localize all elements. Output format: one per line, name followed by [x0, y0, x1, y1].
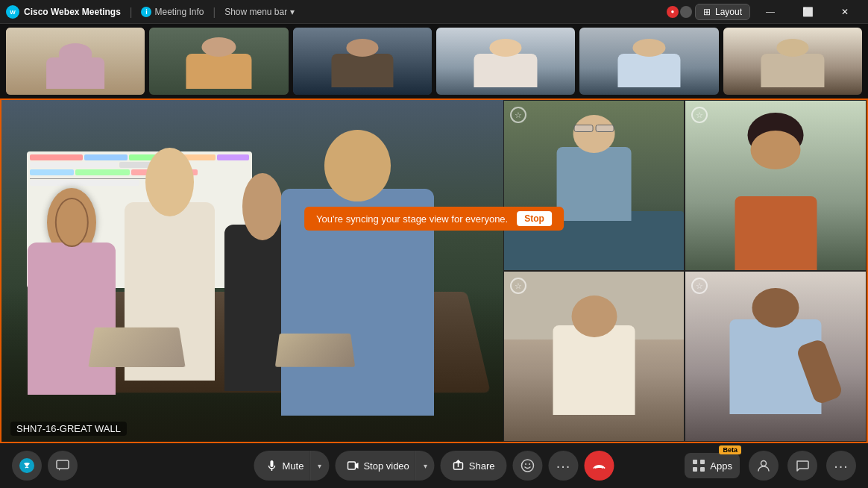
info-icon: i — [141, 7, 151, 17]
title-bar: W Cisco Webex Meetings | i Meeting Info … — [0, 0, 868, 24]
side-video-3: ☆ — [503, 271, 685, 442]
star-button-1[interactable]: ☆ — [510, 107, 526, 123]
show-menu-button[interactable]: Show menu bar ▾ — [224, 7, 295, 17]
maximize-icon: ⬜ — [802, 7, 814, 17]
svg-point-16 — [761, 461, 767, 466]
thumbnail-1[interactable] — [6, 28, 145, 95]
stop-sync-button[interactable]: Stop — [517, 211, 552, 226]
chat-button[interactable] — [48, 451, 78, 481]
sync-banner: You're syncing your stage view for every… — [304, 207, 564, 231]
divider-2: | — [213, 6, 216, 18]
thumbnail-4[interactable] — [436, 28, 575, 95]
stage-area: SHN7-16-GREAT WALL ☆ — [0, 98, 868, 443]
side-videos-grid: ☆ ☆ — [503, 100, 867, 442]
apps-button[interactable]: Beta Apps — [685, 453, 740, 478]
toolbar: Mute ▾ Stop video ▾ Share ·· — [0, 443, 868, 488]
toolbar-more-button[interactable]: ··· — [826, 451, 856, 481]
maximize-button[interactable]: ⬜ — [790, 0, 825, 24]
thumbnail-2[interactable] — [149, 28, 288, 95]
webex-icon: W — [6, 5, 19, 19]
thumbnail-6[interactable] — [723, 28, 862, 95]
svg-rect-13 — [700, 460, 705, 464]
mute-button[interactable]: Mute — [254, 451, 309, 481]
mute-chevron-icon: ▾ — [318, 462, 321, 470]
divider-1: | — [130, 6, 133, 18]
video-chevron-icon: ▾ — [424, 462, 427, 470]
svg-point-7 — [522, 460, 534, 472]
person-4 — [262, 117, 453, 442]
thumbnail-strip — [0, 24, 868, 98]
sync-message: You're syncing your stage view for every… — [316, 213, 508, 225]
show-menu-label: Show menu bar — [224, 7, 287, 17]
more-icon: ··· — [556, 457, 571, 475]
main-video: SHN7-16-GREAT WALL — [1, 100, 503, 442]
meeting-info-label: Meeting Info — [154, 7, 204, 17]
side-video-4: ☆ — [685, 271, 867, 442]
participants-button[interactable] — [749, 451, 779, 481]
minimize-button[interactable]: — — [753, 0, 787, 24]
app-name: Cisco Webex Meetings — [24, 7, 121, 17]
chat-panel-button[interactable] — [787, 451, 817, 481]
share-label: Share — [469, 460, 495, 472]
recording-indicator: ● — [667, 6, 692, 18]
side-video-2: ☆ — [685, 100, 867, 271]
mute-chevron-button[interactable]: ▾ — [309, 451, 329, 481]
chevron-down-icon: ▾ — [290, 7, 295, 17]
layout-icon: ⊞ — [703, 7, 711, 17]
star-button-3[interactable]: ☆ — [510, 278, 526, 294]
minimize-icon: — — [766, 7, 775, 17]
toolbar-right: Beta Apps ··· — [685, 451, 856, 481]
svg-point-9 — [529, 463, 530, 465]
person-1 — [16, 169, 127, 415]
svg-rect-15 — [700, 467, 705, 472]
video-chevron-button[interactable]: ▾ — [415, 451, 435, 481]
close-button[interactable]: ✕ — [828, 0, 862, 24]
webex-assistant-button[interactable] — [12, 451, 42, 481]
stop-video-label: Stop video — [363, 460, 409, 472]
beta-badge: Beta — [719, 445, 741, 454]
svg-rect-5 — [347, 462, 355, 469]
thumbnail-3[interactable] — [293, 28, 432, 95]
layout-button[interactable]: ⊞ Layout — [695, 4, 750, 20]
title-bar-left: W Cisco Webex Meetings | i Meeting Info … — [6, 5, 295, 19]
svg-text:W: W — [10, 9, 16, 16]
close-icon: ✕ — [841, 7, 849, 17]
record-gray-dot — [680, 6, 692, 18]
mute-group: Mute ▾ — [254, 451, 329, 481]
more-button[interactable]: ··· — [549, 451, 579, 481]
meeting-info-button[interactable]: i Meeting Info — [141, 7, 204, 17]
svg-rect-14 — [693, 467, 697, 472]
title-bar-right: ● ⊞ Layout — ⬜ ✕ — [667, 0, 862, 24]
main-video-label: SHN7-16-GREAT WALL — [10, 422, 127, 436]
share-button[interactable]: Share — [441, 451, 507, 481]
app-logo: W Cisco Webex Meetings — [6, 5, 121, 19]
layout-label: Layout — [715, 7, 742, 17]
svg-point-8 — [525, 463, 526, 465]
toolbar-more-icon: ··· — [834, 457, 849, 475]
mute-label: Mute — [282, 460, 304, 472]
svg-rect-12 — [693, 460, 697, 464]
svg-rect-3 — [57, 460, 69, 469]
toolbar-center: Mute ▾ Stop video ▾ Share ·· — [254, 451, 614, 481]
side-video-1: ☆ — [503, 100, 685, 271]
end-call-button[interactable] — [585, 451, 614, 481]
apps-label: Apps — [710, 460, 732, 472]
thumbnail-5[interactable] — [579, 28, 718, 95]
record-red-dot: ● — [667, 6, 679, 18]
video-group: Stop video ▾ — [335, 451, 434, 481]
toolbar-left — [12, 451, 78, 481]
reaction-button[interactable] — [513, 451, 543, 481]
apps-inner: Apps — [685, 453, 740, 478]
stop-video-button[interactable]: Stop video — [335, 451, 415, 481]
